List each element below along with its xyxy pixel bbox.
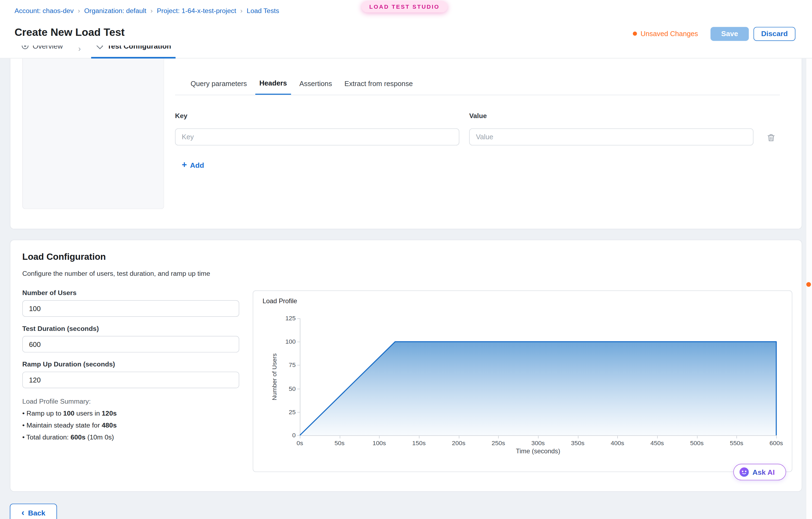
page-root: Overview › Test Configuration Account: c… bbox=[0, 0, 812, 519]
add-button-label: Add bbox=[190, 161, 204, 169]
number-of-users-input[interactable] bbox=[22, 300, 239, 317]
page-title: Create New Load Test bbox=[14, 26, 125, 38]
value-label: Value bbox=[469, 112, 487, 120]
x-tick-mark bbox=[697, 436, 697, 439]
y-tick-label: 25 bbox=[273, 408, 296, 416]
load-profile-plot bbox=[300, 318, 776, 435]
unsaved-dot-icon bbox=[633, 31, 637, 36]
x-tick-label: 500s bbox=[690, 439, 704, 447]
load-test-studio-badge: LOAD TEST STUDIO bbox=[361, 1, 447, 12]
y-tick-label: 0 bbox=[273, 432, 296, 439]
x-tick-mark bbox=[578, 436, 578, 439]
y-tick-mark bbox=[297, 365, 300, 366]
test-duration-input[interactable] bbox=[22, 336, 239, 353]
chevron-right-icon: › bbox=[150, 7, 153, 14]
x-tick-label: 550s bbox=[730, 439, 743, 447]
x-tick-mark bbox=[419, 436, 419, 439]
x-tick-mark bbox=[300, 436, 300, 439]
back-button-label: Back bbox=[28, 509, 45, 517]
breadcrumb-account-link[interactable]: Account: chaos-dev bbox=[14, 7, 74, 14]
y-tick-label: 100 bbox=[273, 338, 296, 345]
ask-ai-label: Ask AI bbox=[753, 468, 775, 477]
load-config-card: Load Configuration Configure the number … bbox=[10, 240, 802, 492]
notification-dot bbox=[806, 282, 811, 287]
chart-title: Load Profile bbox=[263, 298, 297, 305]
chevron-right-icon: › bbox=[240, 7, 242, 14]
plus-icon: + bbox=[182, 160, 187, 169]
x-tick-mark bbox=[657, 436, 658, 439]
x-tick-label: 50s bbox=[335, 439, 345, 447]
save-button[interactable]: Save bbox=[710, 27, 749, 40]
header-actions: Unsaved Changes Save Discard bbox=[633, 26, 795, 41]
breadcrumb-organization-link[interactable]: Organization: default bbox=[84, 7, 146, 14]
trash-icon bbox=[766, 133, 776, 142]
unsaved-changes-status: Unsaved Changes bbox=[633, 30, 698, 38]
x-axis-label: Time (seconds) bbox=[516, 448, 560, 455]
x-tick-mark bbox=[379, 436, 380, 439]
tab-headers[interactable]: Headers bbox=[255, 72, 291, 95]
tab-query-parameters[interactable]: Query parameters bbox=[186, 72, 251, 95]
add-header-button[interactable]: + Add bbox=[182, 160, 204, 169]
breadcrumb-project-link[interactable]: Project: 1-64-x-test-project bbox=[157, 7, 236, 14]
x-tick-label: 600s bbox=[770, 439, 783, 447]
y-tick-label: 125 bbox=[273, 315, 296, 322]
x-tick-mark bbox=[776, 436, 777, 439]
y-axis-label: Number of Users bbox=[271, 354, 278, 400]
x-tick-mark bbox=[736, 436, 737, 439]
tab-assertions[interactable]: Assertions bbox=[295, 72, 336, 95]
discard-button[interactable]: Discard bbox=[754, 27, 795, 40]
page-header: Account: chaos-dev › Organization: defau… bbox=[0, 0, 812, 45]
x-tick-mark bbox=[617, 436, 618, 439]
load-profile-summary-title: Load Profile Summary: bbox=[22, 397, 91, 405]
load-area bbox=[300, 342, 776, 435]
y-tick-mark bbox=[297, 435, 300, 436]
x-tick-mark bbox=[498, 436, 499, 439]
load-profile-chart: Load Profile Number of Users Time (secon… bbox=[253, 291, 792, 472]
summary-item-ramp-up: • Ramp up to 100 users in 120s bbox=[22, 409, 117, 417]
request-side-panel bbox=[22, 58, 164, 209]
x-tick-label: 300s bbox=[531, 439, 545, 447]
request-tabs: Query parameters Headers Assertions Extr… bbox=[175, 72, 780, 95]
value-input[interactable] bbox=[469, 128, 754, 146]
ramp-up-duration-input[interactable] bbox=[22, 372, 239, 388]
y-tick-mark bbox=[297, 342, 300, 342]
request-config-card: Query parameters Headers Assertions Extr… bbox=[10, 58, 802, 230]
x-tick-label: 150s bbox=[412, 439, 426, 447]
x-tick-label: 450s bbox=[650, 439, 664, 447]
x-tick-mark bbox=[459, 436, 459, 439]
y-tick-mark bbox=[297, 318, 300, 319]
x-tick-mark bbox=[340, 436, 340, 439]
number-of-users-label: Number of Users bbox=[22, 289, 77, 297]
x-axis-line bbox=[300, 435, 777, 436]
ask-ai-button[interactable]: Ask AI bbox=[733, 464, 786, 481]
x-tick-label: 400s bbox=[611, 439, 625, 447]
x-tick-label: 200s bbox=[452, 439, 465, 447]
summary-item-total-duration: • Total duration: 600s (10m 0s) bbox=[22, 433, 114, 441]
x-tick-label: 250s bbox=[492, 439, 505, 447]
load-config-title: Load Configuration bbox=[22, 252, 106, 263]
x-tick-label: 350s bbox=[571, 439, 585, 447]
x-tick-label: 100s bbox=[373, 439, 386, 447]
back-button[interactable]: ‹ Back bbox=[10, 503, 57, 519]
delete-row-button[interactable] bbox=[766, 133, 776, 142]
summary-item-steady-state: • Maintain steady state for 480s bbox=[22, 421, 117, 429]
x-tick-mark bbox=[538, 436, 539, 439]
chevron-right-icon: › bbox=[78, 7, 80, 14]
tab-extract-from-response[interactable]: Extract from response bbox=[340, 72, 417, 95]
breadcrumb: Account: chaos-dev › Organization: defau… bbox=[14, 7, 279, 14]
ramp-up-duration-label: Ramp Up Duration (seconds) bbox=[22, 360, 115, 368]
load-config-subtitle: Configure the number of users, test dura… bbox=[22, 270, 210, 277]
test-duration-label: Test Duration (seconds) bbox=[22, 325, 99, 333]
x-tick-label: 0s bbox=[296, 439, 303, 447]
y-tick-mark bbox=[297, 412, 300, 412]
unsaved-changes-label: Unsaved Changes bbox=[641, 30, 698, 38]
key-label: Key bbox=[175, 112, 187, 120]
key-input[interactable] bbox=[175, 128, 460, 146]
breadcrumb-load-tests-link[interactable]: Load Tests bbox=[246, 7, 279, 14]
y-tick-mark bbox=[297, 389, 300, 389]
ai-assistant-icon bbox=[740, 467, 749, 477]
chevron-left-icon: ‹ bbox=[22, 508, 24, 518]
